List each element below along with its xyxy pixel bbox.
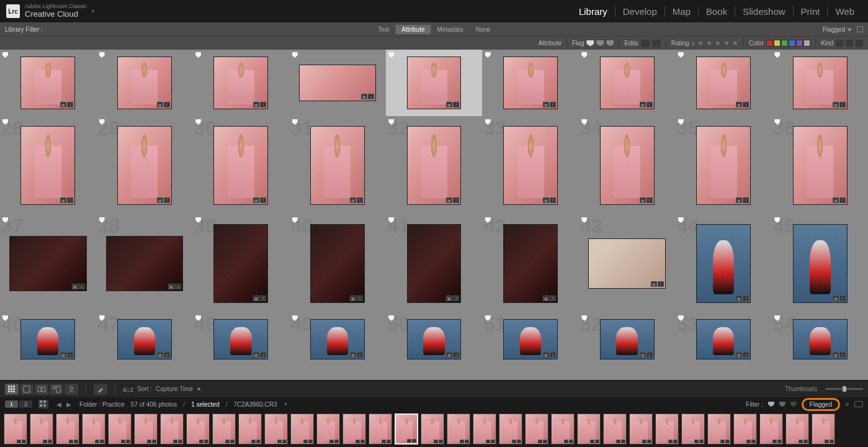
module-print[interactable]: Print <box>794 6 828 17</box>
thumbnail-grid[interactable]: ▦±▦±▦±▦±▦±▦±▦±▦±▦±28▦±29▦±30▦±31▦±32▦±33… <box>0 50 868 380</box>
filmstrip-thumbnail[interactable] <box>186 413 210 445</box>
filmstrip-thumbnail[interactable] <box>499 413 522 445</box>
color-swatch[interactable] <box>766 40 773 47</box>
flag-picked-icon[interactable] <box>586 40 594 47</box>
filter-flag-picked-icon[interactable] <box>768 402 774 407</box>
grid-cell[interactable]: 31▦± <box>290 117 386 214</box>
thumbnail-image[interactable]: ▦± <box>299 65 377 101</box>
star-icon[interactable]: ★ <box>715 39 721 47</box>
grid-cell[interactable]: 53▦± <box>676 313 772 366</box>
display-2-tab[interactable]: 2 <box>19 400 32 408</box>
thumbnail-image[interactable]: ▦± <box>213 319 268 359</box>
filter-tab-attribute[interactable]: Attribute <box>395 25 431 34</box>
grid-cell[interactable]: 50▦± <box>386 313 482 366</box>
grid-cell[interactable]: 47▦± <box>97 313 193 366</box>
thumbnail-image[interactable]: ▦± <box>213 126 268 205</box>
thumbnail-image[interactable]: ▦± <box>407 319 462 359</box>
thumbnail-image[interactable]: ▦± <box>310 224 365 303</box>
edits-filter[interactable]: Edits <box>624 40 660 47</box>
filmstrip-thumbnail[interactable] <box>681 413 705 445</box>
filmstrip-thumbnail[interactable] <box>629 413 653 445</box>
survey-view-icon[interactable] <box>50 384 63 395</box>
grid-cell[interactable]: 49▦± <box>290 313 386 366</box>
grid-cell[interactable]: ▦± <box>772 50 868 116</box>
nav-back-icon[interactable]: ◀ <box>55 400 63 409</box>
filmstrip-thumbnail[interactable] <box>160 413 184 445</box>
color-swatch[interactable] <box>789 40 795 47</box>
filmstrip-thumbnail[interactable] <box>395 413 418 445</box>
grid-cell[interactable]: 28▦± <box>0 117 96 214</box>
thumbnail-image[interactable]: ▦± <box>503 126 558 205</box>
filmstrip-thumbnail[interactable] <box>473 413 496 445</box>
edits-edited-icon[interactable] <box>641 40 650 47</box>
grid-cell[interactable]: 40▦± <box>290 215 386 312</box>
thumbnail-image[interactable]: ▦± <box>600 56 655 109</box>
grid-cell[interactable]: 29▦± <box>97 117 193 214</box>
thumbnail-image[interactable]: ▦± <box>310 319 365 359</box>
thumbnail-image[interactable]: ▦± <box>20 319 75 359</box>
thumbnail-image[interactable]: ▦± <box>20 56 75 109</box>
grid-cell[interactable]: 45▦± <box>772 215 868 312</box>
thumbnail-image[interactable]: ▦± <box>117 56 172 109</box>
pick-flag-icon[interactable] <box>678 52 684 58</box>
thumbnail-image[interactable]: ▦± <box>793 126 848 205</box>
star-icon[interactable]: ★ <box>723 39 730 47</box>
filter-flag-rejected-icon[interactable] <box>790 402 797 407</box>
filter-tab-text[interactable]: Text <box>372 25 395 34</box>
thumbnail-image[interactable]: ▦± <box>600 319 655 359</box>
filmstrip-thumbnail[interactable] <box>421 413 444 445</box>
filmstrip-thumbnail[interactable] <box>525 413 548 445</box>
color-swatch[interactable] <box>803 40 810 47</box>
sort-direction-icon[interactable]: a↓z <box>123 386 133 393</box>
thumbnail-image[interactable]: ▦± <box>793 56 848 109</box>
edits-unedited-icon[interactable] <box>652 40 661 47</box>
filter-switch-icon[interactable] <box>854 401 863 407</box>
grid-cell[interactable]: 44▦± <box>676 215 772 312</box>
filmstrip-thumbnail[interactable] <box>290 413 314 445</box>
grid-cell[interactable]: 34▦± <box>579 117 675 214</box>
folder-path[interactable]: Folder : Practice <box>79 401 125 408</box>
thumbnail-image[interactable]: ▦± <box>696 56 751 109</box>
color-swatch[interactable] <box>781 40 788 47</box>
grid-cell[interactable]: 48▦± <box>193 313 289 366</box>
filter-flag-unflagged-icon[interactable] <box>779 402 785 407</box>
grid-cell[interactable]: 42▦± <box>483 215 579 312</box>
rating-filter[interactable]: Rating ≥ ★ ★ ★ ★ ★ <box>671 39 738 47</box>
thumbnail-image[interactable]: ▦± <box>106 236 184 291</box>
filmstrip-thumbnail[interactable] <box>212 413 236 445</box>
filmstrip[interactable] <box>0 411 868 447</box>
filmstrip-thumbnail[interactable] <box>30 413 53 445</box>
display-1-tab[interactable]: 1 <box>5 400 18 408</box>
grid-cell[interactable]: 33▦± <box>483 117 579 214</box>
filter-tab-none[interactable]: None <box>469 25 496 34</box>
star-icon[interactable]: ★ <box>697 39 704 47</box>
thumbnail-image[interactable]: ▦± <box>793 319 848 359</box>
grid-cell[interactable]: 32▦± <box>386 117 482 214</box>
grid-cell[interactable]: 38▦± <box>97 215 193 312</box>
painter-icon[interactable] <box>94 384 107 395</box>
grid-cell[interactable]: 41▦± <box>386 215 482 312</box>
sort-control[interactable]: a↓z Sort : Capture Time ≑ <box>123 386 201 393</box>
module-web[interactable]: Web <box>828 6 862 17</box>
grid-cell[interactable]: 39▦± <box>193 215 289 312</box>
filmstrip-thumbnail[interactable] <box>733 413 757 445</box>
filmstrip-thumbnail[interactable] <box>577 413 601 445</box>
grid-cell[interactable]: 35▦± <box>676 117 772 214</box>
secondary-display-tabs[interactable]: 1 2 <box>5 400 32 408</box>
color-swatch[interactable] <box>796 40 803 47</box>
grid-cell[interactable]: ▦± <box>97 50 193 116</box>
filmstrip-thumbnail[interactable] <box>4 413 27 445</box>
grid-cell[interactable]: 51▦± <box>483 313 579 366</box>
kind-video-icon[interactable] <box>856 40 863 47</box>
pick-flag-icon[interactable] <box>292 52 298 58</box>
brand-dropdown-icon[interactable]: ▼ <box>91 9 96 14</box>
thumbnail-image[interactable]: ▦± <box>696 319 751 359</box>
grid-cell[interactable]: 36▦± <box>772 117 868 214</box>
color-swatch[interactable] <box>774 40 781 47</box>
sort-value[interactable]: Capture Time <box>156 386 193 392</box>
grid-view-icon[interactable] <box>5 384 19 395</box>
flag-filter[interactable]: Flag <box>572 40 614 47</box>
grid-cell[interactable]: 52▦± <box>579 313 675 366</box>
grid-cell[interactable]: ▦± <box>290 50 386 116</box>
flag-unflagged-icon[interactable] <box>596 40 604 47</box>
